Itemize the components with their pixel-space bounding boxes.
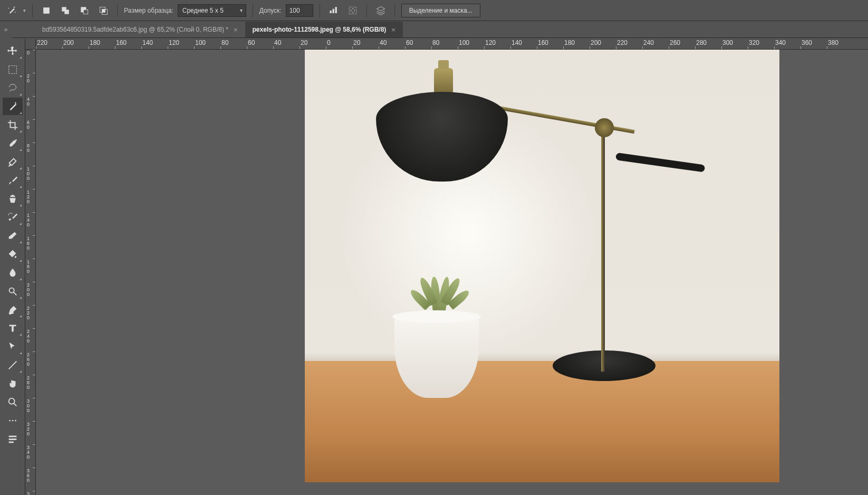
- svg-rect-16: [8, 439, 16, 440]
- line-tool[interactable]: [3, 356, 23, 374]
- document-tab-label: bd593564850319.5adfde2ab63c6.jpg @ 65,2%…: [42, 26, 228, 33]
- type-tool[interactable]: [3, 319, 23, 337]
- svg-rect-17: [8, 441, 13, 443]
- eyedropper-tool[interactable]: [3, 135, 23, 152]
- clone-stamp-tool[interactable]: [3, 190, 23, 207]
- path-selection-tool-icon: [7, 341, 18, 353]
- magic-wand-tool-icon: [7, 101, 18, 112]
- close-icon[interactable]: ×: [391, 26, 396, 34]
- lamp-cap: [438, 60, 449, 70]
- magic-wand-icon: [6, 5, 17, 16]
- contiguous-toggle[interactable]: [345, 3, 360, 18]
- document-tab[interactable]: pexels-photo-1112598.jpeg @ 58,6% (RGB/8…: [245, 22, 403, 37]
- blur-tool-icon: [7, 267, 18, 279]
- eraser-tool[interactable]: [3, 227, 23, 244]
- crop-tool[interactable]: [3, 116, 23, 134]
- clone-stamp-tool-icon: [7, 193, 18, 205]
- canvas-viewport[interactable]: [36, 50, 868, 495]
- hand-tool[interactable]: [3, 375, 23, 392]
- lasso-tool-icon: [7, 82, 18, 94]
- svg-point-14: [15, 420, 16, 421]
- contiguous-icon: [329, 5, 339, 16]
- zoom-tool[interactable]: [3, 393, 23, 411]
- lasso-tool[interactable]: [3, 79, 23, 97]
- chevron-down-icon[interactable]: ▾: [23, 8, 26, 13]
- tab-bar-handle[interactable]: »: [0, 21, 12, 38]
- dodge-tool[interactable]: [3, 282, 23, 300]
- tolerance-label: Допуск:: [259, 7, 282, 14]
- zoom-tool-icon: [7, 396, 18, 408]
- document-tab[interactable]: bd593564850319.5adfde2ab63c6.jpg @ 65,2%…: [35, 22, 245, 37]
- history-brush-tool-icon: [7, 212, 18, 223]
- svg-rect-15: [8, 435, 16, 437]
- select-and-mask-button[interactable]: Выделение и маска...: [401, 4, 480, 17]
- healing-brush-tool-icon: [7, 156, 18, 168]
- svg-rect-8: [349, 7, 356, 14]
- tolerance-input[interactable]: [286, 4, 313, 17]
- options-bar: ▾ Размер образца: Среднее 5 x 5 Допуск: …: [0, 0, 868, 21]
- pen-tool[interactable]: [3, 301, 23, 318]
- marquee-tool-icon: [7, 64, 18, 75]
- canvas-image[interactable]: [305, 50, 779, 482]
- lamp-handle: [615, 153, 705, 173]
- path-selection-tool[interactable]: [3, 338, 23, 355]
- sample-all-layers-toggle[interactable]: [373, 3, 388, 18]
- sample-size-select[interactable]: Среднее 5 x 5: [178, 4, 246, 17]
- dodge-tool-icon: [7, 285, 18, 297]
- edit-toolbar[interactable]: [3, 430, 23, 448]
- document-tab-bar-wrap: » bd593564850319.5adfde2ab63c6.jpg @ 65,…: [0, 21, 868, 38]
- pen-tool-icon: [7, 304, 18, 316]
- hand-tool-icon: [7, 378, 18, 389]
- svg-point-11: [8, 398, 14, 404]
- selection-intersect-icon: [98, 5, 109, 16]
- svg-rect-0: [43, 7, 50, 14]
- left-toolbar: [0, 39, 25, 495]
- paint-bucket-tool[interactable]: [3, 245, 23, 263]
- wooden-table: [305, 361, 779, 482]
- svg-point-12: [9, 420, 11, 421]
- brush-tool-icon: [7, 175, 18, 186]
- sample-size-label: Размер образца:: [124, 7, 173, 14]
- close-icon[interactable]: ×: [234, 26, 238, 34]
- sample-all-layers-icon: [375, 5, 386, 16]
- svg-point-10: [9, 288, 14, 292]
- blur-tool[interactable]: [3, 264, 23, 281]
- healing-brush-tool[interactable]: [3, 153, 23, 170]
- eraser-tool-icon: [7, 230, 18, 242]
- selection-subtract-icon: [79, 5, 90, 16]
- svg-rect-9: [8, 65, 16, 73]
- selection-add-button[interactable]: [58, 3, 73, 18]
- white-pot: [394, 313, 479, 398]
- move-tool[interactable]: [3, 42, 23, 60]
- ruler-origin-corner[interactable]: [25, 39, 36, 50]
- selection-new-button[interactable]: [39, 3, 54, 18]
- marquee-tool[interactable]: [3, 61, 23, 78]
- crop-tool-icon: [7, 119, 18, 131]
- svg-rect-4: [83, 9, 88, 14]
- active-tool-indicator[interactable]: [4, 3, 19, 18]
- document-tab-bar: bd593564850319.5adfde2ab63c6.jpg @ 65,2%…: [12, 21, 868, 38]
- document-tab-label: pexels-photo-1112598.jpeg @ 58,6% (RGB/8…: [253, 26, 387, 33]
- eyedropper-tool-icon: [7, 138, 18, 149]
- line-tool-icon: [7, 359, 18, 371]
- editor-area: 2202001801601401201008060402002040608010…: [25, 39, 868, 495]
- lamp-joint: [595, 118, 614, 137]
- svg-rect-7: [102, 9, 105, 12]
- magic-wand-tool[interactable]: [3, 98, 23, 115]
- horizontal-ruler[interactable]: 2202001801601401201008060402002040608010…: [36, 39, 868, 50]
- lamp-vertical-arm: [601, 123, 605, 372]
- selection-add-icon: [60, 5, 71, 16]
- selection-subtract-button[interactable]: [77, 3, 92, 18]
- move-tool-icon: [7, 45, 18, 57]
- selection-intersect-button[interactable]: [96, 3, 111, 18]
- brush-tool[interactable]: [3, 172, 23, 189]
- more-tools[interactable]: [3, 412, 23, 429]
- type-tool-icon: [7, 322, 18, 334]
- svg-point-13: [12, 420, 13, 421]
- anti-alias-toggle[interactable]: [326, 3, 341, 18]
- history-brush-tool[interactable]: [3, 208, 23, 226]
- vertical-ruler[interactable]: 0204060801001201401601802002202402602803…: [25, 50, 36, 495]
- selection-new-icon: [41, 5, 52, 16]
- edit-toolbar-icon: [7, 433, 18, 445]
- svg-rect-2: [64, 9, 69, 14]
